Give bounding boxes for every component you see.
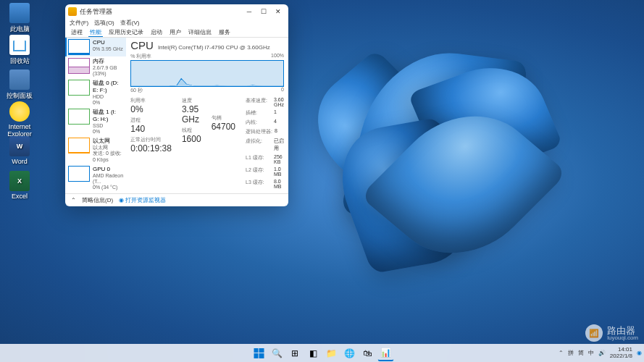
minimize-button[interactable]: ─: [242, 5, 256, 18]
edge-icon[interactable]: 🌐: [341, 345, 357, 361]
disk1-mini-graph: [68, 109, 90, 125]
cpu-usage-chart: [130, 60, 284, 87]
memory-mini-graph: [68, 58, 90, 74]
disk0-mini-graph: [68, 80, 90, 96]
taskbar: 🔍 ⊞ ◧ 📁 🌐 🛍 📊 ⌃ 拼 简 中 🔊 14:01 2022/1/8 ◉: [0, 344, 644, 362]
window-title: 任务管理器: [80, 7, 242, 17]
store-icon[interactable]: 🛍: [359, 345, 375, 361]
fewer-details-button[interactable]: 简略信息(D): [82, 196, 113, 204]
tray-chevron-icon[interactable]: ⌃: [559, 350, 564, 356]
ime-simp[interactable]: 简: [578, 349, 584, 357]
notifications-icon[interactable]: ◉: [637, 350, 642, 356]
tab-users[interactable]: 用户: [168, 28, 183, 37]
perf-sidebar: CPU0% 3.95 GHz 内存2.6/7.9 GB (33%) 磁盘 0 (…: [65, 38, 126, 193]
sidebar-cpu[interactable]: CPU0% 3.95 GHz: [65, 38, 126, 56]
sidebar-disk0[interactable]: 磁盘 0 (D: E: F:)HDD0%: [65, 78, 126, 107]
close-button[interactable]: ✕: [271, 5, 285, 18]
desktop-icon-ie[interactable]: Internet Explorer: [1, 101, 38, 138]
menu-options[interactable]: 选项(O): [94, 19, 114, 28]
app-icon: [68, 7, 77, 16]
ethernet-mini-graph: [68, 138, 90, 153]
sidebar-memory[interactable]: 内存2.6/7.9 GB (33%): [65, 56, 126, 78]
sidebar-ethernet[interactable]: 以太网以太网发送: 0 接收: 0 Kbps: [65, 136, 126, 164]
ime-indicator[interactable]: 拼: [568, 349, 574, 357]
titlebar[interactable]: 任务管理器 ─ ☐ ✕: [65, 4, 288, 19]
tab-startup[interactable]: 启动: [149, 28, 164, 37]
desktop-icon-this-pc[interactable]: 此电脑: [1, 3, 38, 34]
explorer-icon[interactable]: 📁: [323, 345, 339, 361]
tab-performance[interactable]: 性能: [88, 28, 103, 37]
watermark: 📶 路由器luyouqi.com: [585, 324, 638, 342]
clock[interactable]: 14:01 2022/1/8: [610, 347, 632, 360]
tabbar: 进程 性能 应用历史记录 启动 用户 详细信息 服务: [65, 28, 288, 38]
taskmgr-taskbar-icon[interactable]: 📊: [377, 345, 393, 361]
proc-value: 140: [130, 124, 172, 134]
task-view-icon[interactable]: ⊞: [287, 345, 303, 361]
cpu-specs: 基准速度:3.60 GHz 插槽:1 内核:4 逻辑处理器:8 虚拟化:已启用 …: [246, 97, 284, 189]
desktop-icon-word[interactable]: WWord: [1, 136, 38, 165]
handle-value: 64700: [212, 122, 235, 132]
sidebar-disk1[interactable]: 磁盘 1 (I: G: H:)SSD0%: [65, 107, 126, 136]
tab-app-history[interactable]: 应用历史记录: [107, 28, 145, 37]
util-value: 0%: [130, 104, 172, 114]
tab-processes[interactable]: 进程: [70, 28, 84, 37]
widgets-icon[interactable]: ◧: [305, 345, 321, 361]
desktop-icon-recycle-bin[interactable]: 回收站: [1, 35, 38, 66]
menu-view[interactable]: 查看(V): [120, 19, 140, 28]
uptime-value: 0:00:19:38: [130, 143, 172, 153]
menubar: 文件(F) 选项(O) 查看(V): [65, 19, 288, 28]
task-manager-window: 任务管理器 ─ ☐ ✕ 文件(F) 选项(O) 查看(V) 进程 性能 应用历史…: [65, 4, 288, 206]
cpu-mini-graph: [68, 39, 90, 55]
cpu-title: CPU: [130, 39, 154, 51]
chevron-up-icon: ⌃: [71, 197, 76, 203]
desktop-icon-excel[interactable]: XExcel: [1, 171, 38, 200]
network-icon[interactable]: 🔊: [598, 350, 606, 356]
menu-file[interactable]: 文件(F): [70, 19, 88, 28]
desktop-icon-control-panel[interactable]: 控制面板: [1, 70, 38, 101]
maximize-button[interactable]: ☐: [256, 5, 271, 18]
thread-value: 1600: [182, 134, 201, 144]
perf-main: CPU Intel(R) Core(TM) i7-4790 CPU @ 3.60…: [126, 38, 288, 193]
sidebar-gpu[interactable]: GPU 0AMD Radeon (T...0% (34 °C): [65, 164, 126, 193]
search-icon[interactable]: 🔍: [269, 345, 285, 361]
resource-monitor-link[interactable]: ◉ 打开资源监视器: [119, 196, 166, 204]
tab-details[interactable]: 详细信息: [187, 28, 213, 37]
router-icon: 📶: [585, 324, 603, 342]
lang-indicator[interactable]: 中: [588, 349, 594, 357]
tab-services[interactable]: 服务: [217, 28, 232, 37]
gpu-mini-graph: [68, 166, 90, 182]
cpu-model: Intel(R) Core(TM) i7-4790 CPU @ 3.60GHz: [158, 44, 270, 51]
start-button[interactable]: [251, 345, 267, 361]
speed-value: 3.95 GHz: [182, 104, 201, 125]
